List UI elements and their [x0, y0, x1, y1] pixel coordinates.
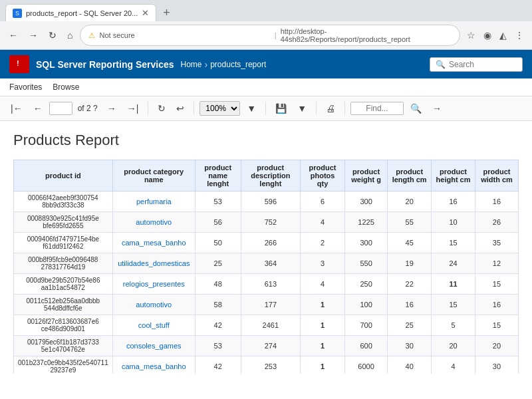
category-link[interactable]: utilidades_domesticas: [118, 259, 190, 267]
cell-id: 001b237c0e9bb435f2e54071129237e9: [14, 356, 113, 374]
zoom-dropdown-button[interactable]: ▼: [243, 100, 260, 116]
cell-category[interactable]: relogios_presentes: [112, 274, 195, 295]
refresh-button[interactable]: ↻: [45, 28, 60, 43]
address-input[interactable]: ⚠ Not secure | http://desktop-44sh82s/Re…: [80, 25, 460, 46]
cell-photos: 6: [301, 192, 345, 212]
cell-category[interactable]: automotivo: [112, 212, 195, 233]
find-button[interactable]: 🔍: [406, 100, 426, 116]
ssrs-search[interactable]: 🔍: [430, 57, 523, 72]
cell-category[interactable]: consoles_games: [112, 336, 195, 356]
table-row: 001795ec6f1b187d37335e1c4704762e console…: [14, 336, 519, 356]
cell-length: 22: [388, 274, 432, 295]
tab-bar: S products_report - SQL Server 20... ✕ +: [0, 0, 532, 21]
export-dropdown-button[interactable]: ▼: [293, 100, 311, 116]
cell-photos: 4: [301, 274, 345, 295]
last-page-button[interactable]: →|: [123, 100, 143, 116]
table-row: 000b8f95fcb9e0096488278317764d19 utilida…: [14, 253, 519, 274]
tab-close-icon[interactable]: ✕: [142, 8, 149, 18]
ssrs-header: ! SQL Server Reporting Services Home › p…: [0, 50, 532, 78]
category-link[interactable]: relogios_presentes: [123, 280, 185, 288]
cell-photos: 3: [301, 253, 345, 274]
toolbar-separator-4: [316, 102, 317, 115]
cell-length: 55: [388, 212, 432, 233]
cell-photos: 4: [301, 212, 345, 233]
zoom-select[interactable]: 100% 25% 50% 75% 125% 150% 200%: [200, 101, 240, 116]
cell-category[interactable]: perfumaria: [112, 192, 195, 212]
cell-name-len: 50: [195, 233, 241, 253]
col-header-name-len: product name lenght: [195, 160, 241, 192]
cell-desc-len: 613: [241, 274, 301, 295]
cell-weight: 1225: [344, 212, 387, 233]
home-button[interactable]: ⌂: [64, 28, 76, 43]
cell-category[interactable]: cama_mesa_banho: [112, 356, 195, 374]
tab-favicon: S: [13, 9, 22, 18]
refresh-report-button[interactable]: ↻: [154, 100, 170, 116]
bookmark-button[interactable]: ☆: [464, 29, 478, 42]
table-row: 001b237c0e9bb435f2e54071129237e9 cama_me…: [14, 356, 519, 374]
first-page-button[interactable]: |←: [7, 100, 27, 116]
security-label: Not secure: [99, 31, 270, 39]
export-button[interactable]: 💾: [271, 100, 291, 116]
cell-length: 20: [388, 192, 432, 212]
cell-weight: 100: [344, 295, 387, 315]
category-link[interactable]: cama_mesa_banho: [122, 362, 186, 370]
favorites-link[interactable]: Favorites: [9, 81, 42, 93]
cell-photos: 2: [301, 233, 345, 253]
col-header-weight: product weight g: [344, 160, 387, 192]
prev-page-button[interactable]: ←: [29, 100, 47, 116]
cell-name-len: 42: [195, 356, 241, 374]
cell-desc-len: 177: [241, 295, 301, 315]
report-table: product id product category name product…: [13, 160, 519, 374]
cell-height: 15: [432, 295, 475, 315]
search-input[interactable]: [449, 60, 515, 69]
find-text-input[interactable]: [350, 102, 404, 115]
cell-width: 30: [475, 356, 518, 374]
next-page-button[interactable]: →: [103, 100, 120, 116]
browse-link[interactable]: Browse: [53, 81, 79, 93]
category-link[interactable]: consoles_games: [126, 342, 182, 350]
extension-button[interactable]: ◭: [497, 29, 509, 42]
browser-chrome: S products_report - SQL Server 20... ✕ +…: [0, 0, 532, 50]
new-tab-button[interactable]: +: [159, 5, 174, 21]
col-header-category: product category name: [112, 160, 195, 192]
cell-height: 16: [432, 192, 475, 212]
back-report-button[interactable]: ↩: [172, 100, 188, 116]
table-header-row: product id product category name product…: [14, 160, 519, 192]
cell-length: 19: [388, 253, 432, 274]
cell-id: 00088930e925c41fd95ebfe695fd2655: [14, 212, 113, 233]
cell-width: 26: [475, 212, 518, 233]
cell-weight: 700: [344, 315, 387, 336]
ssrs-nav: Home › products_report: [181, 59, 267, 70]
cell-width: 15: [475, 274, 518, 295]
nav-separator: ›: [205, 59, 208, 70]
shield-button[interactable]: ◉: [481, 29, 494, 42]
next-result-button[interactable]: →: [428, 100, 446, 116]
cell-category[interactable]: cool_stuff: [112, 315, 195, 336]
svg-rect-0: [14, 58, 25, 68]
category-link[interactable]: automotivo: [136, 301, 172, 309]
cell-category[interactable]: cama_mesa_banho: [112, 233, 195, 253]
category-link[interactable]: automotivo: [136, 218, 172, 226]
cell-length: 40: [388, 356, 432, 374]
category-link[interactable]: perfumaria: [136, 198, 172, 205]
cell-id: 00126f27c813603687e6ce486d909d01: [14, 315, 113, 336]
address-text: http://desktop-44sh82s/Reports/report/pr…: [281, 27, 452, 43]
nav-home-link[interactable]: Home: [181, 60, 202, 69]
menu-button[interactable]: ⋮: [512, 29, 527, 42]
col-header-desc-len: product description lenght: [241, 160, 301, 192]
table-row: 00088930e925c41fd95ebfe695fd2655 automot…: [14, 212, 519, 233]
cell-category[interactable]: utilidades_domesticas: [112, 253, 195, 274]
cell-weight: 250: [344, 274, 387, 295]
active-tab[interactable]: S products_report - SQL Server 20... ✕: [5, 4, 156, 21]
category-link[interactable]: cama_mesa_banho: [122, 239, 186, 247]
print-button[interactable]: 🖨: [322, 100, 339, 116]
cell-photos: 1: [301, 336, 345, 356]
back-button[interactable]: ←: [5, 28, 21, 43]
table-row: 0009406fd7479715e4bef61dd91f2462 cama_me…: [14, 233, 519, 253]
table-row: 00066f42aeeb9f3007548bb9d3f33c38 perfuma…: [14, 192, 519, 212]
page-number-input[interactable]: 1: [49, 102, 72, 115]
forward-button[interactable]: →: [25, 28, 41, 43]
cell-height: 24: [432, 253, 475, 274]
category-link[interactable]: cool_stuff: [138, 321, 170, 329]
cell-category[interactable]: automotivo: [112, 295, 195, 315]
